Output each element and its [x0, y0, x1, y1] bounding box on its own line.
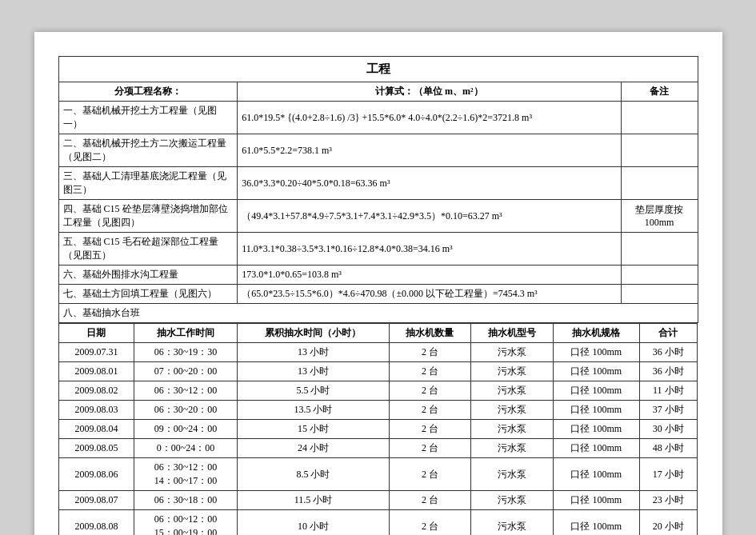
row8-label: 八、基础抽水台班 — [58, 304, 698, 323]
pump-quantity: 2 台 — [389, 420, 471, 439]
header-col2: 计算式：（单位 m、m²） — [238, 82, 621, 102]
row3-note — [621, 167, 698, 200]
pump-total: 37 小时 — [639, 401, 697, 420]
row5-formula: 11.0*3.1*0.38÷3.5*3.1*0.16÷12.8*4.0*0.38… — [238, 233, 621, 266]
table-row: 四、基础 C15 砼垫层薄壁浇捣增加部位工程量（见图四） （49.4*3.1+5… — [58, 200, 698, 233]
pump-spec: 口径 100mm — [553, 401, 639, 420]
main-table: 工程 分项工程名称： 计算式：（单位 m、m²） 备注 一、基础机械开挖土方工程… — [58, 56, 698, 535]
pump-quantity: 2 台 — [389, 381, 471, 401]
pump-model: 污水泵 — [471, 343, 554, 362]
pump-date: 2009.08.08 — [59, 510, 134, 536]
pump-spec: 口径 100mm — [553, 381, 639, 401]
pump-time: 06：30~19：30 — [134, 343, 237, 362]
pump-total: 11 小时 — [639, 381, 697, 401]
list-item: 2009.08.03 06：30~20：00 13.5 小时 2 台 污水泵 口… — [59, 401, 698, 420]
pump-model: 污水泵 — [471, 510, 554, 536]
pump-time: 07：00~20：00 — [134, 362, 237, 381]
pump-total: 23 小时 — [639, 491, 697, 510]
row6-formula: 173.0*1.0*0.65=103.8 m³ — [238, 266, 621, 285]
table-row: 一、基础机械开挖土方工程量（见图一） 61.0*19.5* {(4.0+2.8÷… — [58, 102, 698, 134]
pump-time: 0：00~24：00 — [134, 439, 237, 458]
pump-total: 36 小时 — [639, 343, 697, 362]
pump-date: 2009.08.02 — [59, 381, 134, 401]
row6-note — [621, 266, 698, 285]
row3-label: 三、基础人工清理基底浇泥工程量（见图三） — [58, 167, 238, 200]
pump-quantity: 2 台 — [389, 401, 471, 420]
row5-note — [621, 233, 698, 266]
pump-time: 06：30~20：00 — [134, 401, 237, 420]
table-row: 五、基础 C15 毛石砼超深部位工程量（见图五） 11.0*3.1*0.38÷3… — [58, 233, 698, 266]
pump-col-accumulated: 累积抽水时间（小时） — [238, 324, 389, 343]
pump-model: 污水泵 — [471, 439, 554, 458]
table-row: 二、基础机械开挖土方二次搬运工程量（见图二） 61.0*5.5*2.2=738.… — [58, 134, 698, 167]
pump-total: 30 小时 — [639, 420, 697, 439]
header-row: 分项工程名称： 计算式：（单位 m、m²） 备注 — [58, 82, 698, 102]
list-item: 2009.08.05 0：00~24：00 24 小时 2 台 污水泵 口径 1… — [59, 439, 698, 458]
pump-date: 2009.08.07 — [59, 491, 134, 510]
pump-col-total: 合计 — [639, 324, 697, 343]
pump-col-quantity: 抽水机数量 — [389, 324, 471, 343]
pump-accumulated: 13 小时 — [238, 362, 389, 381]
pump-model: 污水泵 — [471, 491, 554, 510]
pump-quantity: 2 台 — [389, 458, 471, 491]
row7-note — [621, 285, 698, 304]
list-item: 2009.08.01 07：00~20：00 13 小时 2 台 污水泵 口径 … — [59, 362, 698, 381]
pump-date: 2009.08.04 — [59, 420, 134, 439]
pump-col-date: 日期 — [59, 324, 134, 343]
list-item: 2009.08.07 06：30~18：00 11.5 小时 2 台 污水泵 口… — [59, 491, 698, 510]
pump-accumulated: 8.5 小时 — [238, 458, 389, 491]
header-col3: 备注 — [621, 82, 698, 102]
table-row: 三、基础人工清理基底浇泥工程量（见图三） 36.0*3.3*0.20÷40*5.… — [58, 167, 698, 200]
pump-date: 2009.08.03 — [59, 401, 134, 420]
title-row: 工程 — [58, 57, 698, 82]
pump-total: 36 小时 — [639, 362, 697, 381]
row2-formula: 61.0*5.5*2.2=738.1 m³ — [238, 134, 621, 167]
pump-date: 2009.08.01 — [59, 362, 134, 381]
pump-model: 污水泵 — [471, 362, 554, 381]
pump-total: 17 小时 — [639, 458, 697, 491]
pump-time: 09：00~24：00 — [134, 420, 237, 439]
pump-spec: 口径 100mm — [553, 343, 639, 362]
pump-spec: 口径 100mm — [553, 439, 639, 458]
pump-table: 日期 抽水工作时间 累积抽水时间（小时） 抽水机数量 抽水机型号 抽水机规格 合… — [58, 323, 698, 535]
table-row: 八、基础抽水台班 — [58, 304, 698, 323]
pump-accumulated: 24 小时 — [238, 439, 389, 458]
pump-spec: 口径 100mm — [553, 420, 639, 439]
row1-label: 一、基础机械开挖土方工程量（见图一） — [58, 102, 238, 134]
pump-accumulated: 15 小时 — [238, 420, 389, 439]
pump-date: 2009.08.06 — [59, 458, 134, 491]
table-row: 六、基础外围排水沟工程量 173.0*1.0*0.65=103.8 m³ — [58, 266, 698, 285]
pump-quantity: 2 台 — [389, 491, 471, 510]
pump-model: 污水泵 — [471, 401, 554, 420]
pump-col-time: 抽水工作时间 — [134, 324, 237, 343]
row6-label: 六、基础外围排水沟工程量 — [58, 266, 238, 285]
pump-spec: 口径 100mm — [553, 362, 639, 381]
pump-spec: 口径 100mm — [553, 510, 639, 536]
pump-time: 06：30~18：00 — [134, 491, 237, 510]
pump-model: 污水泵 — [471, 381, 554, 401]
pump-quantity: 2 台 — [389, 510, 471, 536]
pump-accumulated: 13.5 小时 — [238, 401, 389, 420]
list-item: 2009.07.31 06：30~19：30 13 小时 2 台 污水泵 口径 … — [59, 343, 698, 362]
row4-formula: （49.4*3.1+57.8*4.9÷7.5*3.1+7.4*3.1÷42.9*… — [238, 200, 621, 233]
pump-col-spec: 抽水机规格 — [553, 324, 639, 343]
pump-quantity: 2 台 — [389, 439, 471, 458]
table-row: 七、基础土方回填工程量（见图六） （65.0*23.5÷15.5*6.0）*4.… — [58, 285, 698, 304]
pump-accumulated: 5.5 小时 — [238, 381, 389, 401]
pump-quantity: 2 台 — [389, 362, 471, 381]
row5-label: 五、基础 C15 毛石砼超深部位工程量（见图五） — [58, 233, 238, 266]
list-item: 2009.08.06 06：30~12：0014：00~17：00 8.5 小时… — [59, 458, 698, 491]
pump-total: 20 小时 — [639, 510, 697, 536]
pump-spec: 口径 100mm — [553, 458, 639, 491]
row1-note — [621, 102, 698, 134]
pump-model: 污水泵 — [471, 458, 554, 491]
row1-formula: 61.0*19.5* {(4.0+2.8÷1.6) /3} +15.5*6.0*… — [238, 102, 621, 134]
pump-model: 污水泵 — [471, 420, 554, 439]
pump-time: 06：00~12：0015：00~19：00 — [134, 510, 237, 536]
header-col1: 分项工程名称： — [58, 82, 238, 102]
pump-table-row: 日期 抽水工作时间 累积抽水时间（小时） 抽水机数量 抽水机型号 抽水机规格 合… — [58, 323, 698, 536]
row3-formula: 36.0*3.3*0.20÷40*5.0*0.18=63.36 m³ — [238, 167, 621, 200]
list-item: 2009.08.02 06：30~12：00 5.5 小时 2 台 污水泵 口径… — [59, 381, 698, 401]
row7-label: 七、基础土方回填工程量（见图六） — [58, 285, 238, 304]
pump-accumulated: 13 小时 — [238, 343, 389, 362]
